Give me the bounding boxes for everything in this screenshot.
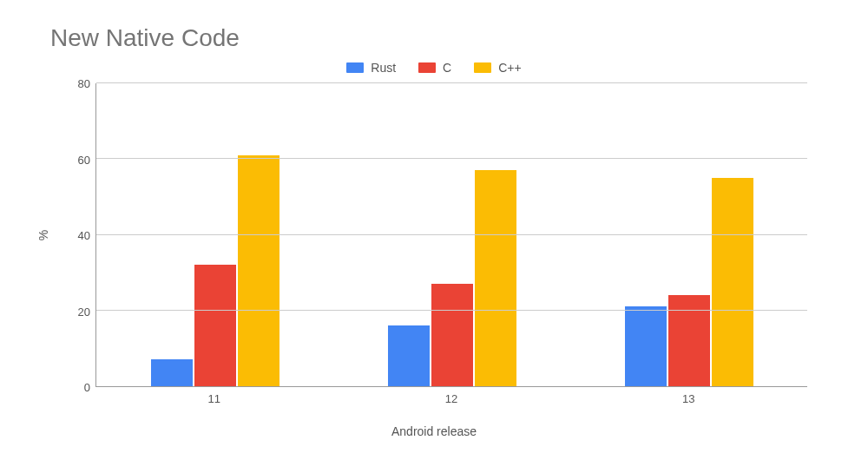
legend-swatch <box>418 62 436 73</box>
x-axis-label: Android release <box>26 424 842 438</box>
bar <box>431 284 473 386</box>
chart-container: New Native Code RustCC++ % 020406080 111… <box>0 0 868 473</box>
gridline <box>96 82 807 83</box>
bar <box>194 265 236 386</box>
bar <box>712 178 753 386</box>
y-tick-label: 60 <box>78 153 90 166</box>
bar <box>388 325 430 386</box>
y-tick-label: 20 <box>78 305 90 318</box>
y-axis-ticks: 020406080 <box>61 83 95 387</box>
legend-label: C <box>443 61 451 75</box>
legend-swatch <box>346 62 364 73</box>
y-axis-label-container: % <box>26 83 61 387</box>
bar <box>625 306 667 386</box>
x-axis-ticks: 111213 <box>95 392 807 405</box>
bar-groups <box>96 83 807 386</box>
bar <box>475 170 516 386</box>
bar-group <box>333 83 570 386</box>
gridline <box>96 158 807 159</box>
bar-group <box>570 83 807 386</box>
x-tick-label: 12 <box>332 392 569 405</box>
gridline <box>96 310 807 311</box>
y-axis-label: % <box>36 230 50 240</box>
y-tick-label: 0 <box>84 381 90 394</box>
legend-item: C <box>418 61 451 75</box>
legend: RustCC++ <box>26 61 842 75</box>
x-tick-label: 13 <box>570 392 807 405</box>
legend-swatch <box>474 62 491 73</box>
chart-title: New Native Code <box>50 24 842 52</box>
gridline <box>96 234 807 235</box>
legend-item: C++ <box>474 61 521 75</box>
x-tick-label: 11 <box>95 392 332 405</box>
y-tick-label: 80 <box>78 77 90 90</box>
legend-label: Rust <box>371 61 396 75</box>
plot-area <box>95 83 807 387</box>
legend-label: C++ <box>498 61 521 75</box>
bar <box>151 359 193 386</box>
bar <box>238 155 279 386</box>
y-tick-label: 40 <box>78 229 90 242</box>
bar-group <box>96 83 333 386</box>
legend-item: Rust <box>346 61 396 75</box>
